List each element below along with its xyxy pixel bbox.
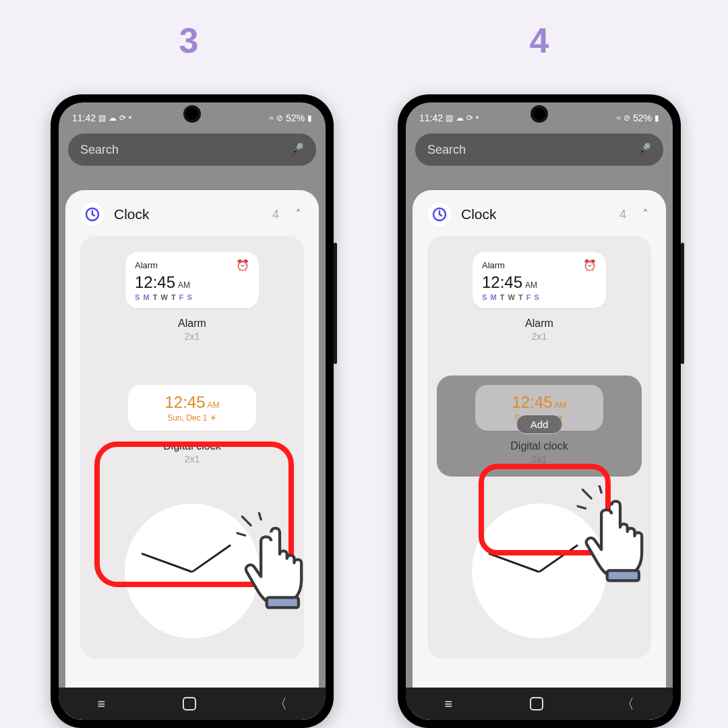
battery-text: 52%: [286, 113, 305, 123]
status-time: 11:42: [72, 113, 96, 123]
recents-button[interactable]: ≡: [97, 696, 105, 712]
search-placeholder: Search: [80, 143, 119, 157]
recents-button[interactable]: ≡: [444, 696, 452, 712]
android-navbar: ≡ 〈: [59, 688, 326, 720]
widget-count: 4: [272, 208, 283, 222]
phone-step4: 11:42 ▧ ☁ ⟳ • ≈ ⊘ 52% ▮ Search 🎤 Clo: [398, 94, 681, 728]
tap-hand-icon: [576, 485, 664, 589]
alarm-widget-size: 2x1: [90, 331, 295, 342]
alarm-label: Alarm: [135, 260, 158, 270]
alarm-icon: ⏰: [583, 259, 597, 272]
chevron-up-icon[interactable]: ˄: [640, 207, 651, 222]
digital-ampm: AM: [555, 400, 567, 410]
alarm-widget-name: Alarm: [90, 317, 295, 330]
phone-step3: 11:42 ▧ ☁ ⟳ • ≈ ⊘ 52% ▮ Search 🎤 Clo: [51, 94, 334, 728]
widget-sheet: Clock 4 ˄ Alarm ⏰ 12:45AM S M T W T F S: [65, 190, 319, 720]
battery-icon: ▮: [655, 113, 659, 123]
clock-app-icon: [80, 202, 104, 226]
digital-widget-row-selected[interactable]: 12:45AM Sun, Dec 1 ☀ Add Digital clock 2…: [437, 375, 642, 477]
wifi-icon: ≈: [269, 113, 274, 123]
sheet-title: Clock: [461, 206, 497, 222]
widget-search[interactable]: Search 🎤: [415, 133, 663, 166]
alarm-days: S M T W T F S: [135, 293, 249, 301]
widget-count: 4: [619, 208, 630, 222]
image-icon: ▧: [98, 113, 106, 123]
tap-hand-icon: [236, 512, 324, 616]
digital-widget-name: Digital clock: [437, 440, 642, 452]
sync-icon: ⟳: [119, 113, 126, 123]
wifi-icon: ≈: [616, 113, 621, 123]
screen: 11:42 ▧ ☁ ⟳ • ≈ ⊘ 52% ▮ Search 🎤 Clo: [59, 102, 326, 720]
more-dot-icon: •: [476, 113, 479, 123]
step-number-3: 3: [155, 20, 222, 61]
widget-list: Alarm ⏰ 12:45AM S M T W T F S Alarm 2x1: [427, 236, 651, 659]
sheet-title: Clock: [114, 206, 150, 222]
cloud-icon: ☁: [456, 113, 464, 123]
alarm-time: 12:45: [135, 273, 175, 291]
digital-time: 12:45: [164, 393, 205, 411]
digital-ampm: AM: [208, 400, 220, 410]
chevron-up-icon[interactable]: ˄: [293, 207, 304, 222]
alarm-ampm: AM: [525, 280, 537, 290]
digital-widget-size: 2x1: [90, 454, 295, 464]
camera-notch: [186, 108, 198, 120]
battery-icon: ▮: [307, 113, 312, 123]
widget-sheet: Clock 4 ˄ Alarm ⏰ 12:45AM S M T W T F S: [413, 190, 666, 720]
status-time: 11:42: [419, 113, 443, 123]
cloud-icon: ☁: [109, 113, 117, 123]
digital-date: Sun, Dec 1 ☀: [135, 413, 249, 423]
camera-notch: [533, 108, 545, 120]
alarm-time: 12:45: [482, 273, 522, 291]
digital-widget-row[interactable]: 12:45AM Sun, Dec 1 ☀ Digital clock 2x1: [90, 375, 295, 477]
alarm-widget-preview[interactable]: Alarm ⏰ 12:45AM S M T W T F S: [473, 252, 606, 308]
home-button[interactable]: [183, 697, 196, 710]
search-placeholder: Search: [427, 143, 466, 157]
sheet-header[interactable]: Clock 4 ˄: [80, 202, 304, 226]
alarm-widget-name: Alarm: [437, 317, 642, 330]
alarm-icon: ⏰: [236, 259, 249, 272]
widget-search[interactable]: Search 🎤: [68, 133, 316, 166]
alarm-widget-preview[interactable]: Alarm ⏰ 12:45AM S M T W T F S: [125, 252, 259, 308]
sheet-header[interactable]: Clock 4 ˄: [427, 202, 651, 226]
battery-text: 52%: [633, 113, 652, 123]
digital-widget-name: Digital clock: [90, 440, 295, 452]
home-button[interactable]: [530, 697, 543, 710]
clock-app-icon: [427, 202, 452, 226]
more-dot-icon: •: [129, 113, 131, 123]
digital-widget-size: 2x1: [437, 454, 642, 464]
step-number-4: 4: [506, 20, 573, 61]
android-navbar: ≡ 〈: [406, 688, 673, 720]
image-icon: ▧: [446, 113, 453, 123]
no-sim-icon: ⊘: [624, 113, 630, 123]
digital-widget-preview[interactable]: 12:45AM Sun, Dec 1 ☀: [128, 385, 256, 431]
back-button[interactable]: 〈: [621, 695, 634, 713]
mic-icon[interactable]: 🎤: [289, 142, 304, 157]
mic-icon[interactable]: 🎤: [636, 142, 651, 157]
alarm-label: Alarm: [482, 260, 505, 270]
digital-time: 12:45: [512, 393, 552, 411]
no-sim-icon: ⊘: [276, 113, 283, 123]
sync-icon: ⟳: [466, 113, 473, 123]
screen: 11:42 ▧ ☁ ⟳ • ≈ ⊘ 52% ▮ Search 🎤 Clo: [406, 102, 673, 720]
add-widget-button[interactable]: Add: [516, 415, 563, 434]
back-button[interactable]: 〈: [274, 695, 287, 713]
alarm-days: S M T W T F S: [482, 293, 597, 301]
alarm-ampm: AM: [178, 280, 190, 290]
alarm-widget-size: 2x1: [437, 331, 642, 342]
